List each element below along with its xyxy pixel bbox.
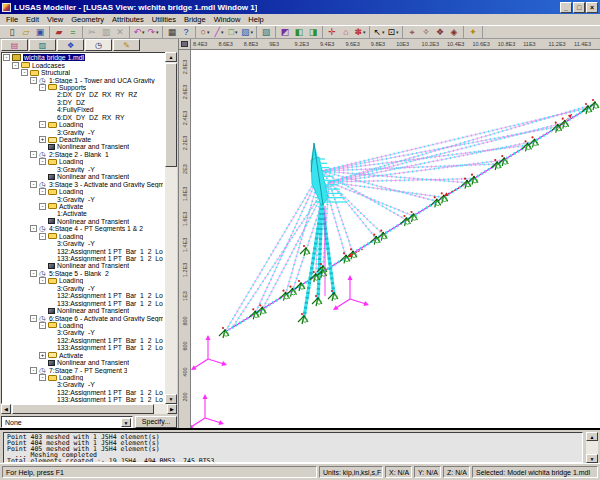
tree-row[interactable]: Nonlinear and Transient [3,218,163,225]
scroll-up-icon[interactable]: ▲ [165,52,177,62]
draw-volume-button[interactable]: ▧▾ [240,26,254,39]
select-lines-button[interactable]: ✧ [419,26,433,39]
redo-button[interactable]: ↷▾ [146,26,160,39]
tree-row[interactable]: -Loading [3,158,163,165]
dropdown-caret[interactable]: ▾ [235,26,238,39]
view-iso-button[interactable]: ◩ [278,26,292,39]
dropdown-caret[interactable]: ▾ [142,26,145,39]
collapse-box[interactable]: - [30,181,37,188]
specify-button[interactable]: Specify... [135,416,177,428]
expand-box[interactable]: + [39,136,46,143]
tree-horizontal-scrollbar[interactable]: ◀ ▶ [1,404,177,414]
draw-surface-button[interactable]: □▾ [226,26,240,39]
tree-row[interactable]: 3:Gravity_-Y [3,240,163,247]
close-button[interactable]: × [586,2,598,13]
tree-row[interactable]: -◷6:Stage 6 - Activate and Gravity Segme… [3,314,163,321]
tree-row[interactable]: -Supports [3,84,163,91]
tree-row[interactable]: 3:Gravity_-Y [3,329,163,336]
tree-row[interactable]: Nonlinear and Transient [3,173,163,180]
menu-attributes[interactable]: Attributes [108,15,148,24]
collapse-box[interactable]: - [39,158,46,165]
dropdown-caret[interactable]: ▾ [396,26,399,39]
tree-row[interactable]: +Activate [3,352,163,359]
tree-row[interactable]: 6:DX_DY_DZ_RX_RY [3,114,163,121]
menu-bridge[interactable]: Bridge [180,15,210,24]
dropdown-caret[interactable]: ▾ [156,26,159,39]
undo-button[interactable]: ↶▾ [132,26,146,39]
collapse-box[interactable]: - [39,277,46,284]
collapse-box[interactable]: - [30,367,37,374]
tree-row[interactable]: -Activate [3,203,163,210]
dropdown-caret[interactable]: ▾ [207,26,210,39]
tree-row[interactable]: 2:DX_DY_DZ_RX_RY_RZ [3,91,163,98]
tree-row[interactable]: -◷3:Stage 3 - Activate and Gravity Segme… [3,180,163,187]
print-button[interactable]: ▦ [165,26,179,39]
tree-row[interactable]: 3:Gravity_-Y [3,166,163,173]
tab-layers[interactable]: ▤ [1,39,28,51]
select-box-button[interactable]: ⊡▾ [386,26,400,39]
tree-row[interactable]: 3:Gravity_-Y [3,381,163,388]
collapse-box[interactable]: - [39,322,46,329]
tree-row[interactable]: +Deactivate [3,136,163,143]
output-scrollbar[interactable]: ▲ ▼ [586,432,598,463]
collapse-box[interactable]: - [30,151,37,158]
tree-row[interactable]: -Loading [3,188,163,195]
dropdown-caret[interactable]: ▾ [363,26,366,39]
scroll-thumb[interactable] [12,404,154,414]
tab-view[interactable]: ▨ [29,39,56,51]
tree-row[interactable]: 132:Assignment 1 PT_Bar_1_2_Loa [3,292,163,299]
select-surfaces-button[interactable]: ❖ [433,26,447,39]
minimize-button[interactable]: _ [560,2,572,13]
render-mode-button[interactable]: ✽▾ [353,26,367,39]
tree-row[interactable]: 3:Gravity_-Y [3,195,163,202]
tree-row[interactable]: -◷5:Stage 5 - Blank_2 [3,270,163,277]
mesh-toggle-button[interactable]: = [66,26,80,39]
chevron-down-icon[interactable]: ▼ [121,418,131,427]
collapse-box[interactable]: - [21,69,28,76]
tree-row[interactable]: 133:Assignment 1 PT_Bar_1_2_Loa [3,255,163,262]
tree-row[interactable]: -Loading [3,233,163,240]
tree-row[interactable]: 132:Assignment 1 PT_Bar_1_2_Loa [3,337,163,344]
collapse-box[interactable]: - [39,203,46,210]
collapse-box[interactable]: - [39,188,46,195]
collapse-box[interactable]: - [39,374,46,381]
menu-utilities[interactable]: Utilities [148,15,180,24]
tree-row[interactable]: Nonlinear and Transient [3,359,163,366]
key-button[interactable]: ✦ [466,26,480,39]
view-top-button[interactable]: ◨ [306,26,320,39]
collapse-box[interactable]: - [12,62,19,69]
tree-row[interactable]: 133:Assignment 1 PT_Bar_1_2_Loa [3,344,163,351]
open-file-button[interactable]: ▱ [19,26,33,39]
model-canvas[interactable] [191,50,600,428]
scroll-down-icon[interactable]: ▼ [586,454,598,463]
maximize-button[interactable]: □ [573,2,585,13]
tab-utilities[interactable]: ✎ [113,39,140,51]
tree-row[interactable]: -Structural [3,69,163,76]
tree-row[interactable]: Nonlinear and Transient [3,143,163,150]
tree-row[interactable]: 3:DY_DZ [3,99,163,106]
collapse-box[interactable]: - [30,77,37,84]
tree-row[interactable]: -Loading [3,322,163,329]
tree-row[interactable]: -◷7:Stage 7 - PT Segment 3 [3,366,163,373]
tree-row[interactable]: Nonlinear and Transient [3,262,163,269]
view-front-button[interactable]: ◧ [292,26,306,39]
collapse-box[interactable]: - [30,225,37,232]
save-file-button[interactable]: ▣ [33,26,47,39]
tree-row[interactable]: 4:FullyFixed [3,106,163,113]
menu-help[interactable]: Help [244,15,267,24]
tab-loadcases[interactable]: ◷ [85,39,112,51]
new-window-button[interactable]: ▨ [259,26,273,39]
select-elements-button[interactable]: ◈ [447,26,461,39]
select-points-button[interactable]: ⌖ [405,26,419,39]
tree-vertical-scrollbar[interactable]: ▲ ▼ [165,52,177,404]
tree-row[interactable]: 133:Assignment 1 PT_Bar_1_2_Loa [3,396,163,402]
tree-row[interactable]: Nonlinear and Transient [3,307,163,314]
model-properties-button[interactable]: ▰ [52,26,66,39]
select-arrow-button[interactable]: ↖▾ [372,26,386,39]
draw-line-button[interactable]: ╱▾ [212,26,226,39]
menu-edit[interactable]: Edit [22,15,43,24]
tree-row[interactable]: -Loading [3,121,163,128]
tree-row[interactable]: -◷2:Stage 2 - Blank_1 [3,151,163,158]
help-button[interactable]: ? [179,26,193,39]
tree-row[interactable]: -wichita bridge 1.mdl [3,54,163,61]
